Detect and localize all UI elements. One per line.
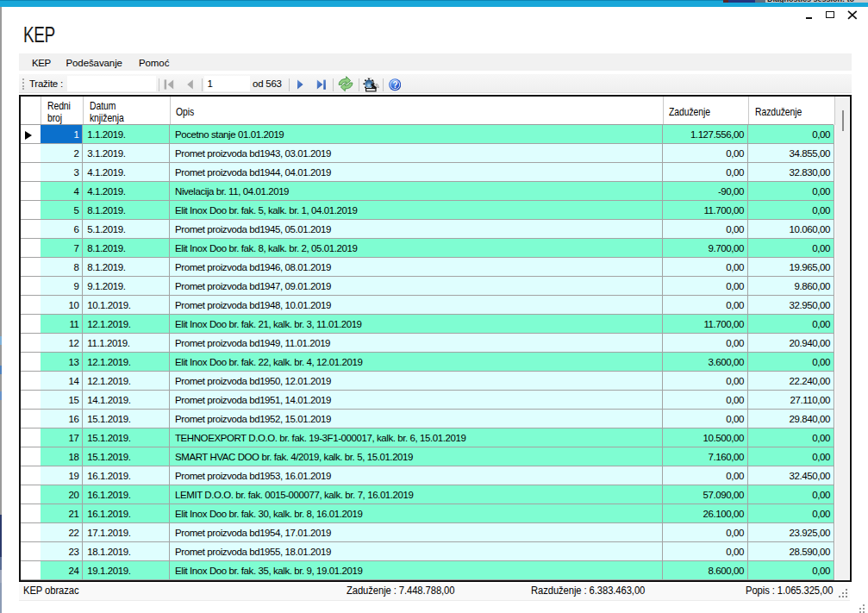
svg-text:?: ? [392,80,397,90]
